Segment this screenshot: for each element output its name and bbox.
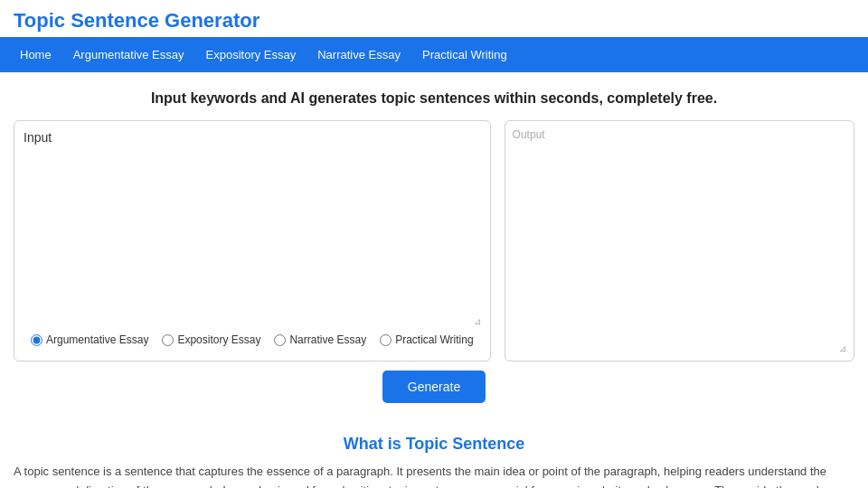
nav-expository-essay[interactable]: Expository Essay: [195, 37, 307, 72]
nav-home[interactable]: Home: [9, 37, 62, 72]
nav-practical-writing[interactable]: Practical Writing: [411, 37, 518, 72]
input-resize-handle: ⊿: [24, 316, 481, 326]
what-is-section: What is Topic Sentence A topic sentence …: [0, 426, 868, 488]
nav-argumentative-essay[interactable]: Argumentative Essay: [62, 37, 195, 72]
radio-argumentative[interactable]: Argumentative Essay: [31, 333, 148, 346]
essay-type-selector: Argumentative Essay Expository Essay Nar…: [24, 326, 481, 346]
output-panel: Output ⊿: [505, 120, 854, 361]
site-title: Topic Sentence Generator: [0, 0, 868, 37]
radio-expository-label: Expository Essay: [177, 333, 260, 346]
radio-argumentative-label: Argumentative Essay: [46, 333, 148, 346]
main-area: Input ⊿ Argumentative Essay Expository E…: [0, 120, 868, 426]
hero-text: Input keywords and AI generates topic se…: [0, 72, 868, 120]
generate-button[interactable]: Generate: [382, 371, 486, 403]
input-textarea[interactable]: [24, 145, 331, 316]
radio-practical[interactable]: Practical Writing: [380, 333, 473, 346]
output-label: Output: [513, 128, 846, 141]
radio-narrative-label: Narrative Essay: [289, 333, 366, 346]
radio-narrative-input[interactable]: [274, 334, 286, 346]
navigation: Home Argumentative Essay Expository Essa…: [0, 37, 868, 72]
nav-narrative-essay[interactable]: Narrative Essay: [307, 37, 411, 72]
what-is-title: What is Topic Sentence: [14, 435, 854, 454]
radio-practical-label: Practical Writing: [395, 333, 473, 346]
radio-narrative[interactable]: Narrative Essay: [274, 333, 366, 346]
radio-practical-input[interactable]: [380, 334, 392, 346]
output-resize-handle: ⊿: [513, 343, 846, 353]
generate-button-wrapper: Generate: [14, 371, 854, 403]
radio-expository[interactable]: Expository Essay: [162, 333, 260, 346]
radio-argumentative-input[interactable]: [31, 334, 42, 346]
what-is-text: A topic sentence is a sentence that capt…: [14, 463, 854, 488]
input-label: Input: [24, 130, 481, 145]
panels: Input ⊿ Argumentative Essay Expository E…: [14, 120, 854, 361]
radio-expository-input[interactable]: [162, 334, 174, 346]
output-textarea[interactable]: [513, 145, 846, 343]
input-panel: Input ⊿ Argumentative Essay Expository E…: [14, 120, 491, 361]
